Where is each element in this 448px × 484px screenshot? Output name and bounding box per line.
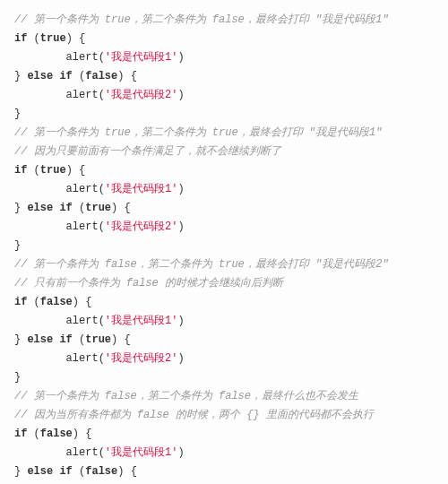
- bool: false: [85, 70, 117, 82]
- string: '我是代码段1': [105, 315, 178, 327]
- kw-else: else: [27, 202, 53, 214]
- comment: // 第一个条件为 false，第二个条件为 false，最终什么也不会发生: [14, 390, 358, 402]
- string: '我是代码段2': [105, 89, 178, 101]
- comment: // 第一个条件为 false，第二个条件为 true，最终会打印 "我是代码段…: [14, 258, 389, 271]
- bool: true: [40, 164, 66, 177]
- kw-if: if: [59, 70, 72, 82]
- fn-alert: alert: [66, 51, 99, 64]
- fn-alert: alert: [66, 183, 99, 195]
- fn-alert: alert: [66, 315, 99, 327]
- comment: // 第一个条件为 true，第二个条件为 true，最终会打印 "我是代码段1…: [14, 126, 382, 139]
- string: '我是代码段2': [105, 352, 178, 365]
- string: '我是代码段1': [105, 51, 178, 64]
- bool: false: [40, 428, 73, 440]
- kw-if: if: [59, 202, 72, 214]
- kw-else: else: [27, 333, 53, 346]
- kw-if: if: [14, 32, 27, 45]
- kw-if: if: [14, 428, 27, 440]
- kw-if: if: [14, 296, 27, 308]
- fn-alert: alert: [66, 446, 99, 459]
- kw-else: else: [27, 465, 53, 478]
- kw-else: else: [27, 70, 53, 82]
- comment: // 第一个条件为 true，第二个条件为 false，最终会打印 "我是代码段…: [14, 13, 389, 26]
- string: '我是代码段1': [105, 446, 178, 459]
- bool: false: [40, 296, 73, 308]
- bool: false: [85, 465, 117, 478]
- kw-if: if: [14, 164, 27, 177]
- bool: true: [40, 32, 66, 45]
- fn-alert: alert: [66, 352, 99, 365]
- bool: true: [85, 202, 111, 214]
- comment: // 只有前一个条件为 false 的时候才会继续向后判断: [14, 277, 283, 290]
- kw-if: if: [59, 333, 72, 346]
- comment: // 因为只要前面有一个条件满足了，就不会继续判断了: [14, 145, 281, 158]
- string: '我是代码段2': [105, 220, 178, 233]
- fn-alert: alert: [66, 89, 99, 101]
- code-block: // 第一个条件为 true，第二个条件为 false，最终会打印 "我是代码段…: [14, 11, 434, 484]
- comment: // 因为当所有条件都为 false 的时候，两个 {} 里面的代码都不会执行: [14, 409, 374, 421]
- kw-if: if: [59, 465, 72, 478]
- bool: true: [85, 333, 111, 346]
- fn-alert: alert: [66, 220, 99, 233]
- string: '我是代码段1': [105, 183, 178, 195]
